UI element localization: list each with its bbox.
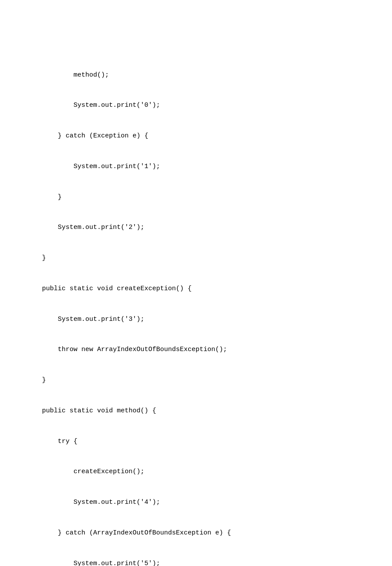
code-line: public static void method() { xyxy=(26,406,383,416)
code-container: method(); System.out.print('0'); } catch… xyxy=(0,4,392,566)
code-line: throw new ArrayIndexOutOfBoundsException… xyxy=(26,345,383,355)
code-line: } catch (ArrayIndexOutOfBoundsException … xyxy=(26,528,383,538)
code-line: System.out.print('1'); xyxy=(26,162,383,172)
code-line: System.out.print('5'); xyxy=(26,559,383,566)
code-line: } catch (Exception e) { xyxy=(26,131,383,141)
code-line: System.out.print('0'); xyxy=(26,100,383,110)
code-line: public static void createException() { xyxy=(26,284,383,294)
code-line: try { xyxy=(26,436,383,446)
code-line: } xyxy=(26,375,383,385)
code-line: System.out.print('3'); xyxy=(26,314,383,324)
code-block-continuation: method(); System.out.print('0'); } catch… xyxy=(26,49,383,566)
code-line: method(); xyxy=(26,70,383,80)
code-line: } xyxy=(26,192,383,202)
code-line: createException(); xyxy=(26,467,383,477)
code-line: System.out.print('2'); xyxy=(26,222,383,232)
code-line: System.out.print('4'); xyxy=(26,497,383,507)
code-line: } xyxy=(26,253,383,263)
